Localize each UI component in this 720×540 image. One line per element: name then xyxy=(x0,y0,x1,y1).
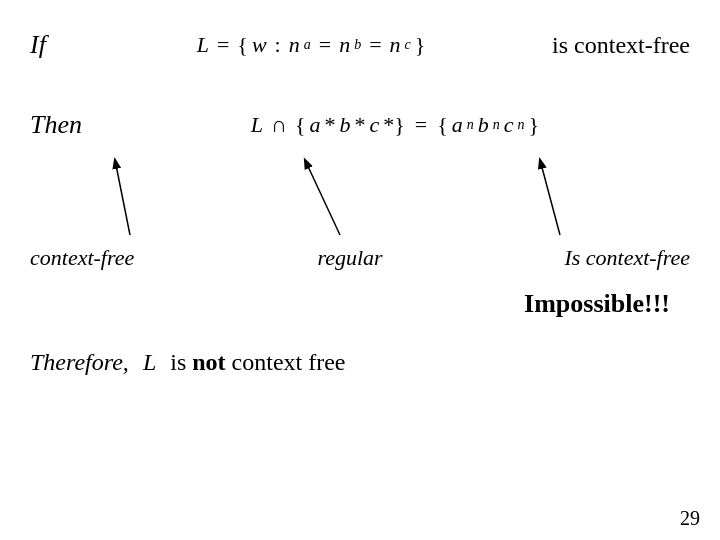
formula-2: L ∩ { a* b* c*} = { an bn cn } xyxy=(100,112,690,138)
svg-line-1 xyxy=(305,160,340,235)
arrows-row xyxy=(30,150,690,240)
impossible-label: Impossible!!! xyxy=(524,289,670,318)
label-regular: regular xyxy=(210,245,490,271)
if-label: If xyxy=(30,30,70,60)
formula-L: L xyxy=(143,349,156,376)
arrows-svg xyxy=(30,150,690,240)
is-not-text: is not context free xyxy=(170,349,345,376)
slide: If L = { w : na = nb = nc } is context-f… xyxy=(0,0,720,540)
therefore-row: Therefore, L is not context free xyxy=(30,349,690,376)
context-free-text: context free xyxy=(232,349,346,375)
is-context-free-label: is context-free xyxy=(552,32,690,59)
svg-line-2 xyxy=(540,160,560,235)
page-number: 29 xyxy=(680,507,700,530)
svg-line-0 xyxy=(115,160,130,235)
therefore-label: Therefore, xyxy=(30,349,129,376)
not-bold: not xyxy=(192,349,225,375)
then-label: Then xyxy=(30,110,82,140)
formula1-math: L = { w : na = nb = nc } xyxy=(197,32,426,58)
formula-1: L = { w : na = nb = nc } xyxy=(88,32,534,58)
then-row: Then L ∩ { a* b* c*} = { an bn cn } xyxy=(30,110,690,140)
label-is-context-free: Is context-free xyxy=(490,245,690,271)
impossible-row: Impossible!!! xyxy=(30,289,690,319)
formula2-math: L ∩ { a* b* c*} = { an bn cn } xyxy=(251,112,539,138)
if-row: If L = { w : na = nb = nc } is context-f… xyxy=(30,30,690,60)
labels-row: context-free regular Is context-free xyxy=(30,245,690,271)
label-context-free: context-free xyxy=(30,245,210,271)
